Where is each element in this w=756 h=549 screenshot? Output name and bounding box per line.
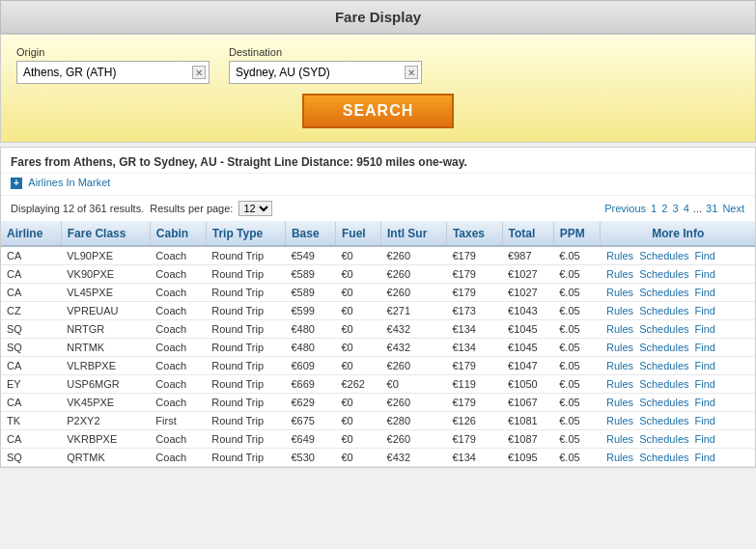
link-schedules[interactable]: Schedules bbox=[639, 415, 688, 426]
link-find[interactable]: Find bbox=[695, 378, 715, 390]
table-row: CA VK90PXE Coach Round Trip €589 €0 €260… bbox=[1, 265, 755, 284]
cell-fuel: €262 bbox=[335, 375, 380, 394]
link-schedules[interactable]: Schedules bbox=[639, 433, 688, 445]
cell-more-info: Rules Schedules Find bbox=[601, 339, 755, 357]
link-rules[interactable]: Rules bbox=[606, 305, 633, 316]
origin-clear-button[interactable]: ✕ bbox=[192, 66, 206, 79]
link-rules[interactable]: Rules bbox=[606, 433, 633, 445]
cell-fare-class: VKRBPXE bbox=[61, 430, 150, 449]
link-schedules[interactable]: Schedules bbox=[639, 323, 688, 335]
cell-airline: CA bbox=[1, 357, 61, 375]
per-page-select[interactable]: 12 25 50 bbox=[238, 201, 272, 216]
table-row: CA VK45PXE Coach Round Trip €629 €0 €260… bbox=[1, 394, 755, 412]
cell-ppm: €.05 bbox=[553, 284, 601, 302]
col-fare-class[interactable]: Fare Class bbox=[61, 222, 150, 246]
destination-clear-button[interactable]: ✕ bbox=[405, 66, 418, 79]
cell-trip-type: Round Trip bbox=[206, 320, 285, 339]
link-find[interactable]: Find bbox=[695, 397, 715, 408]
cell-base: €675 bbox=[285, 412, 335, 430]
table-row: CA VKRBPXE Coach Round Trip €649 €0 €260… bbox=[1, 430, 755, 449]
link-schedules[interactable]: Schedules bbox=[639, 268, 688, 280]
cell-trip-type: Round Trip bbox=[206, 302, 285, 320]
per-page-label: Results per page: bbox=[150, 203, 233, 214]
col-base[interactable]: Base bbox=[285, 222, 335, 246]
link-find[interactable]: Find bbox=[695, 415, 715, 426]
link-rules[interactable]: Rules bbox=[606, 378, 633, 390]
link-rules[interactable]: Rules bbox=[606, 397, 633, 408]
link-schedules[interactable]: Schedules bbox=[639, 305, 688, 316]
col-fuel[interactable]: Fuel bbox=[335, 222, 380, 246]
origin-input[interactable] bbox=[16, 61, 210, 84]
link-rules[interactable]: Rules bbox=[606, 342, 633, 353]
link-schedules[interactable]: Schedules bbox=[639, 360, 688, 371]
col-airline[interactable]: Airline bbox=[1, 222, 61, 246]
cell-fuel: €0 bbox=[335, 339, 380, 357]
col-ppm[interactable]: PPM bbox=[553, 222, 601, 246]
airlines-in-market-link[interactable]: Airlines In Market bbox=[28, 177, 110, 188]
cell-base: €549 bbox=[285, 246, 335, 265]
link-schedules[interactable]: Schedules bbox=[639, 378, 688, 390]
pagination-page-3[interactable]: 3 bbox=[672, 203, 678, 214]
cell-ppm: €.05 bbox=[553, 339, 601, 357]
link-find[interactable]: Find bbox=[695, 323, 715, 335]
results-section: Fares from Athens, GR to Sydney, AU - St… bbox=[0, 147, 756, 468]
destination-input[interactable] bbox=[229, 61, 422, 84]
cell-more-info: Rules Schedules Find bbox=[601, 357, 755, 375]
link-schedules[interactable]: Schedules bbox=[639, 250, 688, 261]
col-taxes[interactable]: Taxes bbox=[446, 222, 502, 246]
link-find[interactable]: Find bbox=[695, 287, 715, 298]
cell-taxes: €134 bbox=[446, 320, 502, 339]
cell-total: €1047 bbox=[502, 357, 553, 375]
cell-fare-class: P2XY2 bbox=[61, 412, 150, 430]
pagination-ellipsis: ... bbox=[693, 203, 702, 214]
link-rules[interactable]: Rules bbox=[606, 452, 633, 463]
cell-intl-sur: €432 bbox=[381, 320, 447, 339]
link-rules[interactable]: Rules bbox=[606, 250, 633, 261]
link-find[interactable]: Find bbox=[695, 342, 715, 353]
cell-ppm: €.05 bbox=[553, 320, 601, 339]
link-rules[interactable]: Rules bbox=[606, 415, 633, 426]
cell-fuel: €0 bbox=[335, 265, 380, 284]
cell-total: €1043 bbox=[502, 302, 553, 320]
link-rules[interactable]: Rules bbox=[606, 287, 633, 298]
link-find[interactable]: Find bbox=[695, 360, 715, 371]
table-row: SQ QRTMK Coach Round Trip €530 €0 €432 €… bbox=[1, 449, 755, 467]
table-row: EY USP6MGR Coach Round Trip €669 €262 €0… bbox=[1, 375, 755, 394]
col-intl-sur[interactable]: Intl Sur bbox=[381, 222, 447, 246]
link-find[interactable]: Find bbox=[695, 433, 715, 445]
link-find[interactable]: Find bbox=[695, 250, 715, 261]
link-find[interactable]: Find bbox=[695, 305, 715, 316]
search-button[interactable]: SEARCH bbox=[302, 94, 455, 128]
link-rules[interactable]: Rules bbox=[606, 360, 633, 371]
cell-cabin: Coach bbox=[150, 339, 206, 357]
cell-trip-type: Round Trip bbox=[206, 265, 285, 284]
link-rules[interactable]: Rules bbox=[606, 323, 633, 335]
col-total[interactable]: Total bbox=[502, 222, 553, 246]
link-schedules[interactable]: Schedules bbox=[639, 342, 688, 353]
link-schedules[interactable]: Schedules bbox=[639, 287, 688, 298]
cell-cabin: Coach bbox=[150, 357, 206, 375]
link-schedules[interactable]: Schedules bbox=[639, 452, 688, 463]
link-find[interactable]: Find bbox=[695, 452, 715, 463]
pagination-previous[interactable]: Previous bbox=[604, 203, 646, 214]
cell-taxes: €179 bbox=[446, 284, 502, 302]
pagination-page-4[interactable]: 4 bbox=[684, 203, 689, 214]
link-schedules[interactable]: Schedules bbox=[639, 397, 688, 408]
cell-airline: CA bbox=[1, 265, 61, 284]
cell-fare-class: VL90PXE bbox=[61, 246, 150, 265]
cell-more-info: Rules Schedules Find bbox=[601, 375, 755, 394]
col-cabin[interactable]: Cabin bbox=[150, 222, 206, 246]
pagination-next[interactable]: Next bbox=[722, 203, 744, 214]
col-trip-type[interactable]: Trip Type bbox=[206, 222, 285, 246]
pagination-page-1[interactable]: 1 bbox=[651, 203, 657, 214]
pagination-page-2[interactable]: 2 bbox=[661, 203, 667, 214]
cell-ppm: €.05 bbox=[553, 246, 601, 265]
cell-intl-sur: €280 bbox=[381, 412, 447, 430]
link-rules[interactable]: Rules bbox=[606, 268, 633, 280]
link-find[interactable]: Find bbox=[695, 268, 715, 280]
table-row: SQ NRTMK Coach Round Trip €480 €0 €432 €… bbox=[1, 339, 755, 357]
cell-more-info: Rules Schedules Find bbox=[601, 449, 755, 467]
cell-ppm: €.05 bbox=[553, 375, 601, 394]
pagination-page-31[interactable]: 31 bbox=[706, 203, 717, 214]
cell-intl-sur: €0 bbox=[381, 375, 447, 394]
